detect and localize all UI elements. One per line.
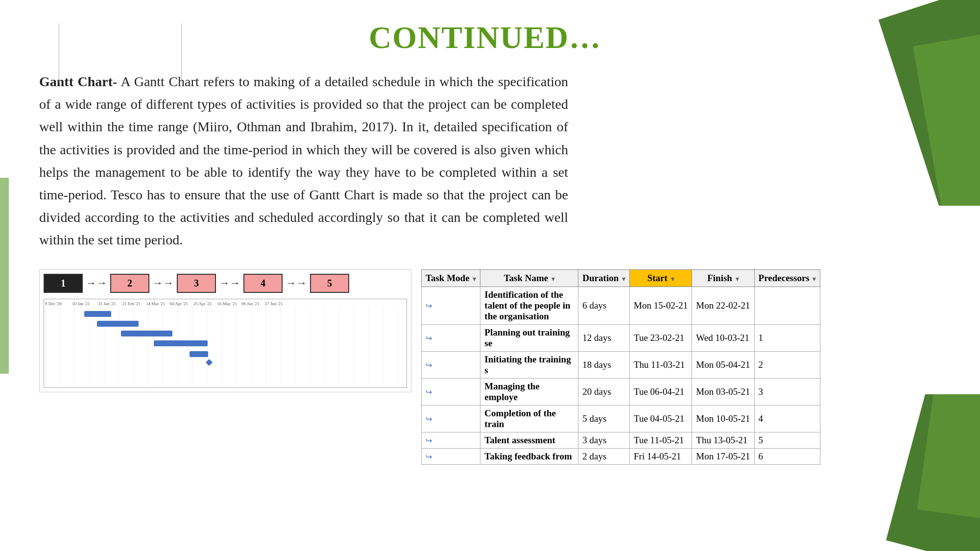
gantt-bar-3 (121, 331, 172, 336)
flow-diagram-row: 1 →→ 2 →→ 3 →→ 4 →→ 5 (44, 274, 407, 293)
gantt-bar-2 (97, 321, 139, 327)
cell-mode: ↪ (422, 432, 480, 448)
cell-start: Thu 11-03-21 (629, 351, 692, 378)
gantt-bar-5 (190, 351, 208, 357)
cell-mode: ↪ (422, 378, 480, 405)
mode-icon: ↪ (426, 361, 432, 369)
table-row: ↪Planning out training se12 daysTue 23-0… (422, 324, 820, 351)
col-header-task-mode[interactable]: Task Mode ▾ (422, 269, 480, 287)
cell-mode: ↪ (422, 405, 480, 432)
flow-arrow-1: →→ (86, 277, 107, 289)
cell-predecessors (754, 287, 820, 324)
flow-box-3: 3 (177, 274, 216, 293)
cell-mode: ↪ (422, 324, 480, 351)
flow-arrow-3: →→ (219, 277, 240, 289)
bold-label: Gantt Chart- (39, 74, 117, 89)
body-paragraph: Gantt Chart- A Gantt Chart refers to mak… (39, 71, 568, 252)
cell-duration: 2 days (578, 448, 630, 464)
cell-finish: Thu 13-05-21 (692, 432, 754, 448)
cell-duration: 6 days (578, 287, 630, 324)
cell-predecessors: 6 (754, 448, 820, 464)
mode-icon: ↪ (426, 302, 432, 310)
flow-box-2: 2 (110, 274, 149, 293)
cell-duration: 18 days (578, 351, 630, 378)
cell-start: Tue 11-05-21 (629, 432, 692, 448)
gantt-bar-1 (84, 311, 111, 317)
mode-icon: ↪ (426, 334, 432, 342)
page-title: CONTINUED… (39, 20, 931, 56)
cell-finish: Mon 05-04-21 (692, 351, 754, 378)
cell-task-name: Completion of the train (480, 405, 578, 432)
flow-box-1: 1 (44, 274, 83, 293)
cell-duration: 20 days (578, 378, 630, 405)
gantt-bar-4 (154, 340, 208, 346)
cell-finish: Wed 10-03-21 (692, 324, 754, 351)
cell-task-name: Initiating the training s (480, 351, 578, 378)
flow-arrow-2: →→ (152, 277, 174, 289)
mode-icon: ↪ (426, 453, 432, 461)
cell-predecessors: 1 (754, 324, 820, 351)
table-row: ↪Initiating the training s18 daysThu 11-… (422, 351, 820, 378)
cell-duration: 5 days (578, 405, 630, 432)
cell-start: Mon 15-02-21 (629, 287, 692, 324)
gantt-table-wrapper: Task Mode ▾ Task Name ▾ Duration ▾ Start… (421, 269, 820, 465)
cell-predecessors: 3 (754, 378, 820, 405)
cell-start: Tue 06-04-21 (629, 378, 692, 405)
bottom-section: 1 →→ 2 →→ 3 →→ 4 →→ 5 9 Dec '2010 Jan '2… (39, 269, 931, 465)
flow-box-4: 4 (243, 274, 283, 293)
col-header-duration[interactable]: Duration ▾ (578, 269, 630, 287)
col-header-finish[interactable]: Finish ▾ (692, 269, 754, 287)
table-row: ↪Identification of the talent of the peo… (422, 287, 820, 324)
cell-predecessors: 5 (754, 432, 820, 448)
body-text-content: A Gantt Chart refers to making of a deta… (39, 74, 568, 247)
cell-mode: ↪ (422, 351, 480, 378)
cell-mode: ↪ (422, 287, 480, 324)
cell-predecessors: 2 (754, 351, 820, 378)
flow-arrow-4: →→ (286, 277, 307, 289)
table-row: ↪Talent assessment3 daysTue 11-05-21Thu … (422, 432, 820, 448)
col-header-start[interactable]: Start ▾ (629, 269, 692, 287)
mode-icon: ↪ (426, 436, 432, 445)
gantt-table: Task Mode ▾ Task Name ▾ Duration ▾ Start… (421, 269, 820, 465)
cell-task-name: Managing the employe (480, 378, 578, 405)
table-row: ↪Managing the employe20 daysTue 06-04-21… (422, 378, 820, 405)
table-row: ↪Taking feedback from2 daysFri 14-05-21M… (422, 448, 820, 464)
gantt-bar-area (45, 307, 406, 385)
cell-start: Fri 14-05-21 (629, 448, 692, 464)
cell-predecessors: 4 (754, 405, 820, 432)
cell-duration: 3 days (578, 432, 630, 448)
main-content: CONTINUED… Gantt Chart- A Gantt Chart re… (0, 0, 980, 551)
cell-task-name: Planning out training se (480, 324, 578, 351)
table-row: ↪Completion of the train5 daysTue 04-05-… (422, 405, 820, 432)
col-header-task-name[interactable]: Task Name ▾ (480, 269, 578, 287)
cell-mode: ↪ (422, 448, 480, 464)
cell-start: Tue 23-02-21 (629, 324, 692, 351)
gantt-diamond (206, 359, 213, 365)
cell-finish: Mon 22-02-21 (692, 287, 754, 324)
mode-icon: ↪ (426, 415, 432, 423)
cell-task-name: Talent assessment (480, 432, 578, 448)
cell-duration: 12 days (578, 324, 630, 351)
cell-task-name: Taking feedback from (480, 448, 578, 464)
gantt-bars-container: 9 Dec '2010 Jan '2131 Jan '2121 Feb '211… (44, 299, 407, 388)
flow-box-5: 5 (310, 274, 349, 293)
cell-finish: Mon 17-05-21 (692, 448, 754, 464)
cell-start: Tue 04-05-21 (629, 405, 692, 432)
col-header-predecessors[interactable]: Predecessors ▾ (754, 269, 820, 287)
cell-task-name: Identification of the talent of the peop… (480, 287, 578, 324)
gantt-chart-visual: 1 →→ 2 →→ 3 →→ 4 →→ 5 9 Dec '2010 Jan '2… (39, 269, 411, 392)
cell-finish: Mon 10-05-21 (692, 405, 754, 432)
mode-icon: ↪ (426, 388, 432, 396)
cell-finish: Mon 03-05-21 (692, 378, 754, 405)
